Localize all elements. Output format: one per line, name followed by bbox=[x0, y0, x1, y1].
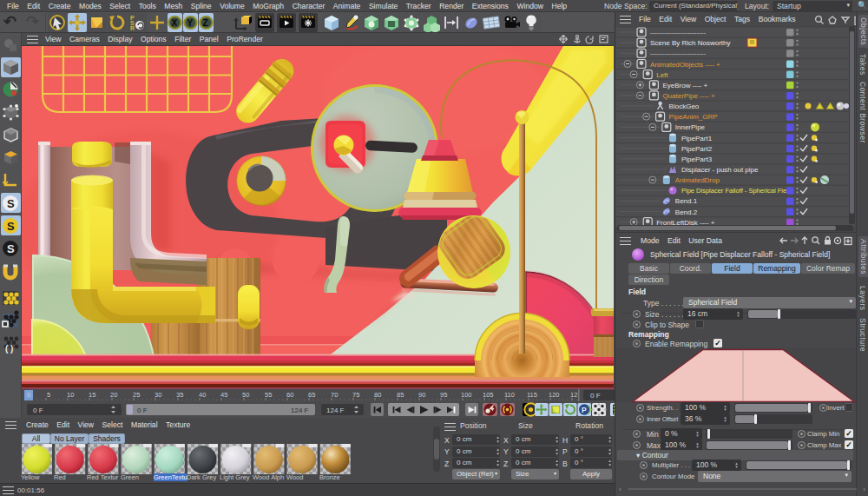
svg-text:Left: Left bbox=[656, 71, 668, 79]
svg-text:S: S bbox=[7, 197, 15, 210]
svg-text:Bend.2: Bend.2 bbox=[675, 208, 698, 216]
svg-text:X: X bbox=[172, 18, 178, 28]
svg-text:115: 115 bbox=[527, 391, 537, 399]
svg-text:EyeBrow ---- +: EyeBrow ---- + bbox=[662, 82, 707, 89]
svg-text:InnerPipe: InnerPipe bbox=[675, 123, 706, 131]
svg-text:75: 75 bbox=[352, 391, 359, 399]
svg-text:R: R bbox=[130, 25, 135, 31]
svg-text:15: 15 bbox=[89, 391, 95, 399]
svg-text:85: 85 bbox=[397, 391, 404, 399]
svg-text:124 F: 124 F bbox=[326, 407, 345, 414]
svg-text:120: 120 bbox=[549, 391, 560, 399]
svg-text:PipeAnim_GRP: PipeAnim_GRP bbox=[669, 113, 718, 121]
svg-text:0 F: 0 F bbox=[137, 407, 148, 414]
svg-text:60: 60 bbox=[286, 391, 293, 399]
svg-text:( ): ( ) bbox=[5, 344, 13, 354]
svg-text:55: 55 bbox=[265, 391, 272, 399]
svg-text:124 F: 124 F bbox=[291, 407, 309, 414]
svg-text:AnimatedDrop: AnimatedDrop bbox=[675, 176, 720, 184]
svg-text:40: 40 bbox=[199, 391, 206, 399]
svg-text:65: 65 bbox=[308, 391, 315, 399]
svg-text:P: P bbox=[582, 406, 587, 414]
svg-text:Pipe Displacer Falloff - Spher: Pipe Displacer Falloff - Spherical Field bbox=[681, 187, 792, 195]
svg-text:S: S bbox=[7, 220, 15, 233]
svg-text:------------------------: ------------------------ bbox=[650, 50, 706, 57]
svg-text:Scene By Rich Nosworthy: Scene By Rich Nosworthy bbox=[650, 39, 730, 47]
svg-text:10: 10 bbox=[67, 391, 74, 399]
svg-text:Y: Y bbox=[187, 18, 194, 28]
svg-text:0: 0 bbox=[27, 391, 30, 399]
svg-text:20: 20 bbox=[110, 391, 117, 399]
svg-text:25: 25 bbox=[133, 391, 140, 399]
svg-text:Bend.1: Bend.1 bbox=[675, 197, 698, 205]
svg-text:PipePart2: PipePart2 bbox=[681, 145, 713, 153]
svg-text:5: 5 bbox=[47, 391, 50, 399]
svg-text:12: 12 bbox=[570, 391, 577, 399]
svg-text:90: 90 bbox=[418, 391, 425, 399]
svg-text:95: 95 bbox=[440, 391, 447, 399]
svg-text:Displacer - push out pipe: Displacer - push out pipe bbox=[681, 166, 759, 174]
svg-text:Z: Z bbox=[203, 18, 208, 28]
svg-text:50: 50 bbox=[242, 391, 249, 399]
svg-text:70: 70 bbox=[331, 391, 338, 399]
svg-text:105: 105 bbox=[483, 391, 494, 399]
svg-text:PipePart1: PipePart1 bbox=[681, 135, 713, 142]
svg-text:100: 100 bbox=[461, 391, 472, 399]
svg-text:AnimatedObjects ---- +: AnimatedObjects ---- + bbox=[650, 61, 720, 69]
svg-text:QuaterPipe ---- +: QuaterPipe ---- + bbox=[662, 92, 715, 100]
svg-text:80: 80 bbox=[374, 391, 381, 399]
svg-text:45: 45 bbox=[220, 391, 227, 399]
svg-text:35: 35 bbox=[176, 391, 183, 399]
svg-text:------------------------: ------------------------ bbox=[650, 29, 706, 36]
svg-text:PipePart3: PipePart3 bbox=[681, 155, 713, 163]
svg-text:0 F: 0 F bbox=[590, 392, 601, 400]
svg-text:S: S bbox=[7, 242, 15, 255]
svg-text:BlockGeo: BlockGeo bbox=[669, 103, 700, 110]
svg-text:0 F: 0 F bbox=[33, 407, 43, 414]
svg-text:30: 30 bbox=[155, 391, 161, 399]
svg-text:110: 110 bbox=[504, 391, 515, 399]
